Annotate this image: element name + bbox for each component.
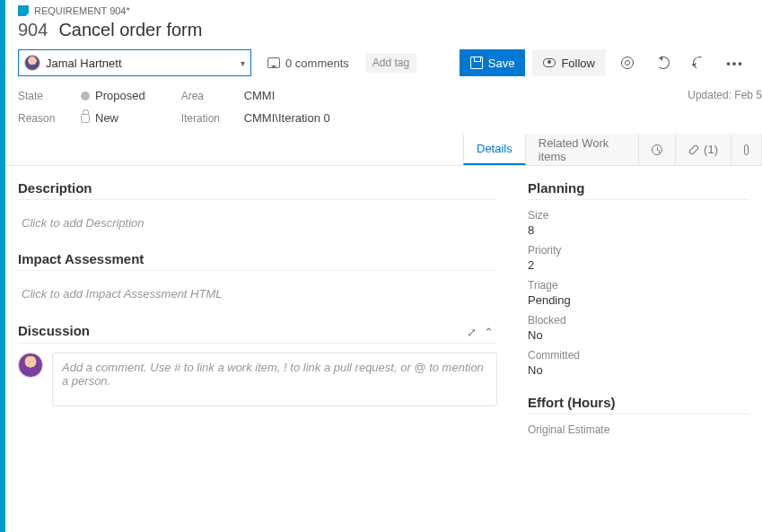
tab-related[interactable]: Related Work items bbox=[526, 134, 639, 165]
size-label: Size bbox=[528, 209, 749, 222]
undo-icon bbox=[691, 55, 707, 71]
triage-field[interactable]: Pending bbox=[528, 293, 749, 307]
history-icon bbox=[652, 144, 662, 155]
user-avatar-icon bbox=[18, 353, 43, 378]
tabs: Details Related Work items (1) bbox=[5, 134, 762, 166]
refresh-button[interactable] bbox=[649, 49, 678, 76]
state-field[interactable]: Proposed bbox=[81, 89, 145, 102]
tab-history[interactable] bbox=[639, 134, 676, 165]
original-estimate-label: Original Estimate bbox=[528, 423, 749, 436]
assignee-name: Jamal Hartnett bbox=[46, 57, 241, 70]
tab-attachments[interactable] bbox=[731, 134, 762, 165]
toolbar: Jamal Hartnett ▾ 0 comments Add tag Save… bbox=[5, 49, 762, 83]
divider bbox=[18, 270, 497, 271]
comments-button[interactable]: 0 comments bbox=[258, 49, 358, 76]
fields-area: State Proposed Reason New Area CMMI Iter… bbox=[5, 83, 762, 134]
iteration-value: CMMI\Iteration 0 bbox=[244, 111, 330, 125]
committed-label: Committed bbox=[528, 349, 749, 362]
assignee-dropdown[interactable]: Jamal Hartnett ▾ bbox=[18, 49, 251, 76]
priority-field[interactable]: 2 bbox=[528, 258, 749, 272]
work-item-type-label: REQUIREMENT 904* bbox=[34, 5, 130, 16]
divider bbox=[528, 199, 749, 200]
triage-label: Triage bbox=[528, 279, 749, 292]
discussion-header: Discussion ⤢ ⌃ bbox=[18, 322, 497, 343]
work-item-id: 904 bbox=[18, 20, 48, 40]
save-icon bbox=[470, 57, 483, 69]
tab-links[interactable]: (1) bbox=[676, 134, 731, 165]
add-tag-button[interactable]: Add tag bbox=[365, 53, 416, 73]
follow-label: Follow bbox=[561, 57, 595, 70]
iteration-label: Iteration bbox=[181, 112, 244, 125]
area-field[interactable]: CMMI bbox=[244, 89, 330, 102]
area-label: Area bbox=[181, 90, 244, 102]
save-label: Save bbox=[488, 57, 515, 70]
attachment-icon bbox=[744, 144, 749, 155]
settings-button[interactable] bbox=[613, 49, 642, 76]
links-count: (1) bbox=[704, 143, 718, 156]
title-row: 904 Cancel order form bbox=[5, 18, 762, 49]
updated-timestamp: Updated: Feb 5 bbox=[688, 89, 762, 101]
chevron-down-icon: ▾ bbox=[241, 58, 245, 68]
discussion-box: Add a comment. Use # to link a work item… bbox=[18, 353, 497, 406]
description-title: Description bbox=[18, 180, 497, 196]
right-column: Planning Size 8 Priority 2 Triage Pendin… bbox=[515, 166, 762, 436]
impact-title: Impact Assessment bbox=[18, 251, 497, 266]
committed-field[interactable]: No bbox=[528, 363, 749, 377]
collapse-icon[interactable]: ⌃ bbox=[480, 322, 497, 343]
blocked-field[interactable]: No bbox=[528, 328, 749, 342]
link-icon bbox=[688, 144, 700, 155]
dots-icon: ••• bbox=[726, 57, 744, 70]
size-field[interactable]: 8 bbox=[528, 223, 749, 237]
comment-icon bbox=[267, 57, 280, 68]
reason-field[interactable]: New bbox=[81, 111, 145, 125]
accent-bar bbox=[0, 0, 5, 532]
impact-input[interactable]: Click to add Impact Assessment HTML bbox=[18, 280, 497, 322]
state-dot-icon bbox=[81, 92, 90, 100]
state-value: Proposed bbox=[95, 89, 145, 102]
refresh-icon bbox=[657, 57, 670, 69]
tab-details[interactable]: Details bbox=[463, 134, 526, 165]
main-columns: Description Click to add Description Imp… bbox=[5, 166, 762, 436]
divider bbox=[18, 343, 497, 344]
blocked-label: Blocked bbox=[528, 314, 749, 327]
avatar-icon bbox=[24, 55, 40, 71]
fields-col-2: Area CMMI Iteration CMMI\Iteration 0 bbox=[181, 89, 330, 125]
comment-input[interactable]: Add a comment. Use # to link a work item… bbox=[52, 353, 497, 406]
lock-icon bbox=[81, 114, 90, 123]
reason-value: New bbox=[95, 111, 118, 125]
comments-count: 0 comments bbox=[285, 57, 349, 70]
description-input[interactable]: Click to add Description bbox=[18, 209, 497, 251]
save-button[interactable]: Save bbox=[460, 49, 526, 76]
gear-icon bbox=[621, 57, 634, 69]
undo-button[interactable] bbox=[685, 49, 714, 76]
expand-icon[interactable]: ⤢ bbox=[463, 322, 480, 343]
more-actions-button[interactable]: ••• bbox=[721, 49, 749, 76]
divider bbox=[18, 199, 497, 200]
effort-title: Effort (Hours) bbox=[528, 395, 749, 410]
requirement-icon bbox=[18, 5, 29, 16]
follow-button[interactable]: Follow bbox=[532, 49, 606, 76]
fields-col-1: State Proposed Reason New bbox=[18, 89, 145, 125]
left-column: Description Click to add Description Imp… bbox=[5, 166, 515, 436]
breadcrumb: REQUIREMENT 904* bbox=[5, 0, 762, 18]
state-label: State bbox=[18, 90, 81, 102]
discussion-title: Discussion bbox=[18, 323, 463, 338]
iteration-field[interactable]: CMMI\Iteration 0 bbox=[244, 111, 330, 125]
priority-label: Priority bbox=[528, 244, 749, 257]
eye-icon bbox=[543, 58, 556, 67]
area-value: CMMI bbox=[244, 89, 276, 102]
reason-label: Reason bbox=[18, 112, 81, 125]
planning-title: Planning bbox=[528, 180, 749, 196]
divider bbox=[528, 414, 749, 414]
work-item-title[interactable]: Cancel order form bbox=[58, 20, 202, 40]
